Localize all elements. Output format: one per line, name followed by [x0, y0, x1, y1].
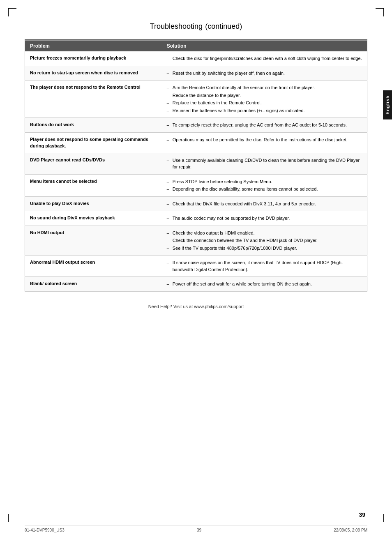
problem-cell: Player does not respond to some operatin…	[25, 132, 162, 153]
header-solution: Solution	[162, 41, 367, 52]
footer-meta: 01-41-DVP5900_US3 39 22/09/05, 2:09 PM	[25, 525, 367, 532]
solution-cell: To completely reset the player, unplug t…	[162, 118, 367, 133]
solution-item: Use a commonly available cleaning CD/DVD…	[167, 157, 362, 171]
problem-cell: Menu items cannot be selected	[25, 174, 162, 196]
footer-left: 01-41-DVP5900_US3	[25, 528, 65, 532]
side-tab-label: English	[385, 95, 390, 115]
problem-cell: Unable to play DivX movies	[25, 196, 162, 211]
solution-item: Reduce the distance to the player.	[167, 92, 362, 99]
solution-item: Reset the unit by switching the player o…	[167, 69, 362, 77]
table-row: Player does not respond to some operatin…	[25, 132, 367, 153]
solution-cell: Check that the DivX file is encoded with…	[162, 196, 367, 211]
corner-mark-br	[376, 514, 384, 522]
table-row: No return to start-up screen when disc i…	[25, 66, 367, 81]
problem-cell: No HDMI output	[25, 226, 162, 256]
solution-item: Operations may not be permitted by the d…	[167, 136, 362, 144]
problem-cell: Blank/ colored screen	[25, 277, 162, 292]
table-row: Abnormal HDMI output screenIf show noise…	[25, 256, 367, 277]
corner-mark-tr	[376, 8, 384, 16]
page-container: English Troubleshooting (continued) Prob…	[0, 0, 392, 555]
solution-cell: Aim the Remote Control directly at the s…	[162, 81, 367, 118]
solution-cell: Check the disc for fingerprints/scratche…	[162, 51, 367, 66]
solution-cell: Operations may not be permitted by the d…	[162, 132, 367, 153]
footer-right: 22/09/05, 2:09 PM	[334, 528, 367, 532]
corner-mark-bl	[8, 514, 16, 522]
problem-cell: DVD Player cannot read CDs/DVDs	[25, 153, 162, 174]
table-row: The player does not respond to the Remot…	[25, 81, 367, 118]
table-row: No HDMI outputCheck the video output is …	[25, 226, 367, 256]
problem-cell: The player does not respond to the Remot…	[25, 81, 162, 118]
solution-item: To completely reset the player, unplug t…	[167, 121, 362, 129]
solution-item: If show noise appears on the screen, it …	[167, 259, 362, 273]
solution-item: Check the video output is HDMI enabled.	[167, 229, 362, 237]
solution-item: Press STOP twice before selecting System…	[167, 178, 362, 186]
problem-cell: No sound during DivX movies playback	[25, 211, 162, 226]
solution-item: Check that the DivX file is encoded with…	[167, 200, 362, 208]
solution-item: Power off the set and wait for a while b…	[167, 280, 362, 288]
table-row: Buttons do not workTo completely reset t…	[25, 118, 367, 133]
problem-cell: Abnormal HDMI output screen	[25, 256, 162, 277]
solution-cell: Power off the set and wait for a while b…	[162, 277, 367, 292]
solution-item: Depending on the disc availability, some…	[167, 185, 362, 193]
table-header-row: Problem Solution	[25, 41, 367, 52]
table-row: Unable to play DivX moviesCheck that the…	[25, 196, 367, 211]
problem-cell: Picture freezes momentarily during playb…	[25, 51, 162, 66]
solution-cell: Reset the unit by switching the player o…	[162, 66, 367, 81]
problem-cell: No return to start-up screen when disc i…	[25, 66, 162, 81]
solution-cell: Use a commonly available cleaning CD/DVD…	[162, 153, 367, 174]
footer-middle: 39	[197, 528, 201, 532]
side-tab-english: English	[383, 90, 392, 120]
solution-cell: Check the video output is HDMI enabled.C…	[162, 226, 367, 256]
table-row: DVD Player cannot read CDs/DVDsUse a com…	[25, 153, 367, 174]
table-row: Picture freezes momentarily during playb…	[25, 51, 367, 66]
header-problem: Problem	[25, 41, 162, 52]
solution-item: See if the TV supports this 480p/576p/72…	[167, 244, 362, 252]
solution-item: Check the connection between the TV and …	[167, 237, 362, 244]
solution-cell: The audio codec may not be supported by …	[162, 211, 367, 226]
solution-item: Aim the Remote Control directly at the s…	[167, 84, 362, 92]
table-row: Blank/ colored screenPower off the set a…	[25, 277, 367, 292]
footer-help-text: Need Help? Visit us at www.philips.com/s…	[25, 304, 367, 309]
table-row: No sound during DivX movies playbackThe …	[25, 211, 367, 226]
solution-item: Check the disc for fingerprints/scratche…	[167, 55, 362, 62]
page-number: 39	[359, 511, 365, 518]
solution-cell: If show noise appears on the screen, it …	[162, 256, 367, 277]
page-title: Troubleshooting (continued)	[25, 16, 367, 31]
troubleshoot-table: Problem Solution Picture freezes momenta…	[25, 40, 367, 292]
solution-item: Replace the batteries in the Remote Cont…	[167, 99, 362, 107]
table-row: Menu items cannot be selectedPress STOP …	[25, 174, 367, 196]
corner-mark-tl	[8, 8, 16, 16]
solution-cell: Press STOP twice before selecting System…	[162, 174, 367, 196]
solution-item: The audio codec may not be supported by …	[167, 214, 362, 222]
problem-cell: Buttons do not work	[25, 118, 162, 133]
solution-item: Re-insert the batteries with their polar…	[167, 107, 362, 115]
